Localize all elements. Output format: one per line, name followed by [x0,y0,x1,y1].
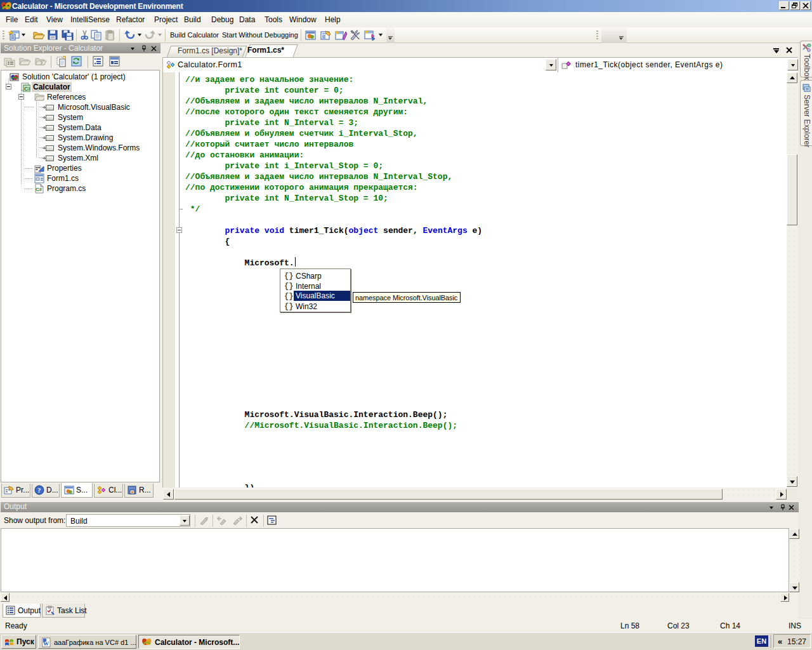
svg-text:?: ? [37,486,41,494]
svg-text:W: W [43,640,49,647]
svg-text:C#: C# [24,86,30,92]
svg-text:C#: C# [36,187,43,192]
